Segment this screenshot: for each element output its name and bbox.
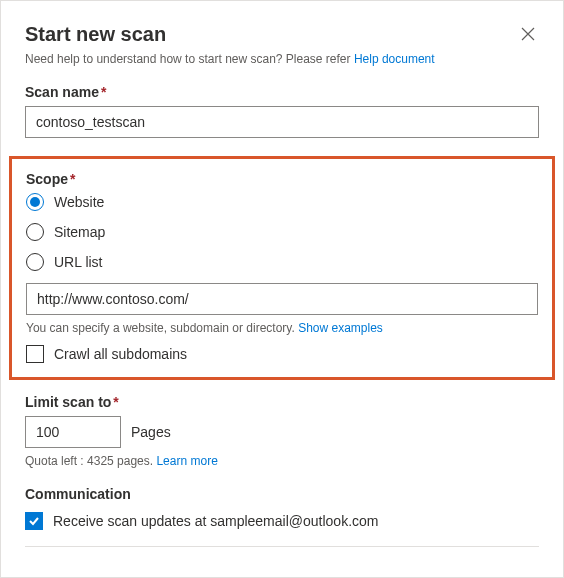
scope-radio-sitemap[interactable]: Sitemap [26, 223, 538, 241]
scope-radio-website[interactable]: Website [26, 193, 538, 211]
scan-name-input[interactable] [25, 106, 539, 138]
radio-label: Sitemap [54, 224, 105, 240]
required-asterisk: * [113, 394, 118, 410]
limit-pages-input[interactable] [25, 416, 121, 448]
scope-section-highlight: Scope* Website Sitemap URL list You can … [9, 156, 555, 380]
checkbox-label: Receive scan updates at sampleemail@outl… [53, 513, 379, 529]
communication-label: Communication [25, 486, 539, 502]
start-new-scan-dialog: Start new scan Need help to understand h… [0, 0, 564, 578]
limit-row: Pages [25, 416, 539, 448]
radio-icon [26, 223, 44, 241]
show-examples-link[interactable]: Show examples [298, 321, 383, 335]
limit-label: Limit scan to* [25, 394, 539, 410]
radio-icon [26, 253, 44, 271]
dialog-header: Start new scan [25, 23, 539, 46]
scan-name-section: Scan name* [25, 84, 539, 138]
dialog-title: Start new scan [25, 23, 166, 46]
receive-updates-checkbox[interactable]: Receive scan updates at sampleemail@outl… [25, 512, 539, 530]
scan-name-label: Scan name* [25, 84, 539, 100]
radio-label: Website [54, 194, 104, 210]
limit-unit: Pages [131, 424, 171, 440]
limit-section: Limit scan to* Pages Quota left : 4325 p… [25, 394, 539, 468]
checkbox-icon [26, 345, 44, 363]
radio-icon [26, 193, 44, 211]
communication-section: Communication Receive scan updates at sa… [25, 486, 539, 530]
radio-label: URL list [54, 254, 103, 270]
required-asterisk: * [101, 84, 106, 100]
close-button[interactable] [517, 23, 539, 45]
required-asterisk: * [70, 171, 75, 187]
scope-radio-urllist[interactable]: URL list [26, 253, 538, 271]
quota-hint: Quota left : 4325 pages. Learn more [25, 454, 539, 468]
scope-url-input[interactable] [26, 283, 538, 315]
scope-hint: You can specify a website, subdomain or … [26, 321, 538, 335]
scope-label: Scope* [26, 171, 538, 187]
close-icon [521, 27, 535, 41]
checkbox-label: Crawl all subdomains [54, 346, 187, 362]
help-prefix: Need help to understand how to start new… [25, 52, 354, 66]
learn-more-link[interactable]: Learn more [156, 454, 217, 468]
help-document-link[interactable]: Help document [354, 52, 435, 66]
divider [25, 546, 539, 547]
help-text: Need help to understand how to start new… [25, 52, 539, 66]
checkbox-icon [25, 512, 43, 530]
crawl-subdomains-checkbox[interactable]: Crawl all subdomains [26, 345, 538, 363]
